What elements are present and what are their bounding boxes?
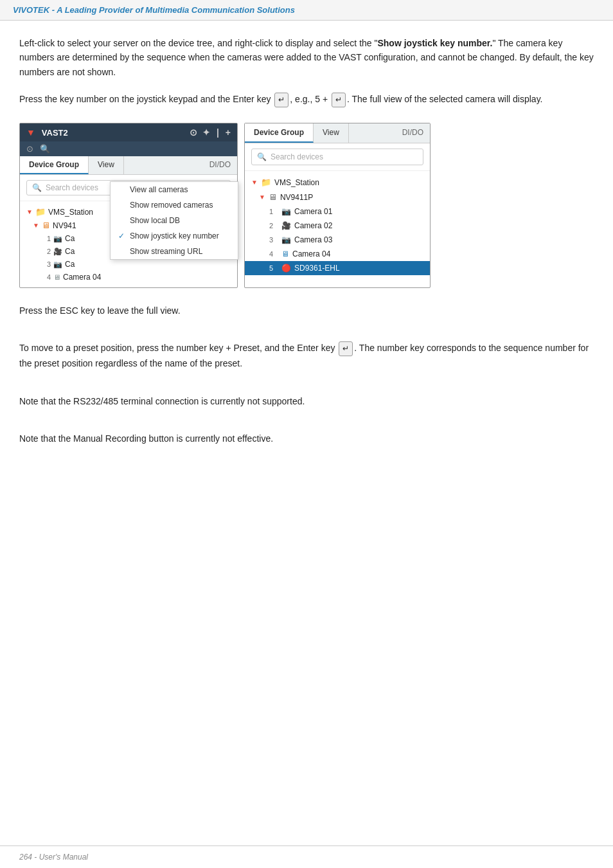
menu-show-local-db-label: Show local DB	[130, 216, 180, 225]
menu-view-cameras[interactable]: View all cameras	[111, 182, 238, 197]
right-device-tree: ▼ 📁 VMS_Station ▼ 🖥 NV9411P 1 📷 Camera 0…	[245, 171, 430, 279]
cam2-icon: 🎥	[53, 248, 62, 256]
right-panel-tabs: Device Group View DI/DO	[245, 123, 430, 143]
right-cam4-num: 4	[269, 250, 278, 258]
right-search-icon: 🔍	[257, 152, 267, 161]
cam1-label: Ca	[65, 234, 75, 243]
bold-label: Show joystick key number.	[377, 38, 492, 48]
folder-icon-vms: 📁	[35, 207, 46, 217]
right-cam2-label: Camera 02	[294, 221, 332, 230]
right-arrow-vms: ▼	[251, 179, 258, 186]
cam4-label: Camera 04	[63, 273, 101, 282]
vast-sub-header: ⊙ 🔍	[20, 141, 237, 156]
cam3-num: 3	[42, 260, 51, 268]
right-tree-cam4[interactable]: 4 🖥 Camera 04	[245, 247, 430, 261]
menu-show-streaming[interactable]: Show streaming URL	[111, 244, 238, 259]
esc-text: Press the ESC key to leave the full view…	[19, 303, 594, 318]
cam1-num: 1	[42, 235, 51, 242]
check-show-joystick: ✓	[118, 231, 126, 240]
intro-paragraph-1: Left-click to select your server on the …	[19, 36, 594, 79]
right-tree-nv9411p[interactable]: ▼ 🖥 NV9411P	[245, 190, 430, 204]
tree-arrow-nv941: ▼	[33, 222, 39, 229]
menu-show-joystick[interactable]: ✓ Show joystick key number	[111, 228, 238, 244]
right-cam2-icon: 🎥	[281, 221, 291, 230]
right-folder-nv: 🖥	[269, 192, 277, 202]
right-search-area: 🔍 Search devices	[245, 143, 430, 171]
header-brand: VIVOTEK - A Leading Provider of Multimed…	[13, 5, 295, 15]
tree-arrow-vms: ▼	[26, 208, 33, 215]
right-cam1-icon: 📷	[281, 207, 291, 216]
right-tab-di-do[interactable]: DI/DO	[396, 123, 430, 143]
cam4-icon: 🖥	[53, 273, 60, 281]
search-placeholder-text: Search devices	[46, 183, 98, 192]
right-cam3-num: 3	[269, 236, 278, 244]
vast-logo: ▼	[26, 127, 35, 138]
right-tab-view[interactable]: View	[314, 123, 349, 143]
cam1-icon: 📷	[53, 235, 62, 243]
right-cam1-num: 1	[269, 208, 278, 215]
manual-rec-text-content: Note that the Manual Recording button is…	[19, 433, 273, 444]
vast-search-icon[interactable]: 🔍	[40, 144, 50, 154]
right-tree-cam2[interactable]: 2 🎥 Camera 02	[245, 219, 430, 233]
vast-tabs: Device Group View DI/DO	[20, 156, 237, 175]
manual-rec-text: Note that the Manual Recording button is…	[19, 431, 594, 446]
menu-show-streaming-label: Show streaming URL	[130, 247, 202, 256]
enter-key-icon-1: ↵	[274, 93, 289, 107]
enter-key-icon-2: ↵	[332, 93, 346, 107]
menu-show-joystick-label: Show joystick key number	[130, 231, 219, 240]
right-cam2-num: 2	[269, 222, 278, 230]
right-cam4-icon: 🖥	[281, 249, 289, 258]
enter-key-preset: ↵	[339, 341, 353, 356]
right-cam3-icon: 📷	[281, 235, 291, 244]
tree-item-cam4[interactable]: 4 🖥 Camera 04	[20, 271, 237, 284]
context-menu: View all cameras Show removed cameras Sh…	[110, 181, 238, 260]
esc-text-content: Press the ESC key to leave the full view…	[19, 305, 181, 316]
cam3-label: Ca	[65, 260, 75, 269]
cam2-num: 2	[42, 248, 51, 255]
right-tree-cam3[interactable]: 3 📷 Camera 03	[245, 233, 430, 247]
vast-panel-header: ▼ VAST2 ⊙ ✦ | +	[20, 123, 237, 141]
right-search-placeholder: Search devices	[271, 152, 323, 161]
main-content: Left-click to select your server on the …	[0, 21, 613, 472]
vast-header-icons: ⊙ ✦ | +	[190, 127, 231, 138]
vast-divider: |	[217, 127, 219, 138]
vast-panel: ▼ VAST2 ⊙ ✦ | + ⊙ 🔍 Device Group View DI…	[19, 123, 238, 288]
right-folder-vms: 📁	[261, 177, 271, 187]
right-tab-device-group[interactable]: Device Group	[245, 123, 314, 143]
search-magnifier-icon: 🔍	[32, 183, 42, 192]
tab-view[interactable]: View	[89, 156, 124, 174]
footer-text: 264 - User's Manual	[19, 853, 88, 862]
right-cam5-label: SD9361-EHL	[294, 264, 340, 273]
vast-add-icon[interactable]: +	[226, 127, 231, 138]
right-cam3-label: Camera 03	[294, 235, 332, 244]
tree-item-cam3[interactable]: 3 📷 Ca	[20, 258, 237, 271]
vast-title: VAST2	[42, 128, 68, 138]
rs232-text-content: Note that the RS232/485 terminal connect…	[19, 396, 305, 406]
vast-gear-icon[interactable]: ✦	[202, 127, 210, 138]
ui-screenshots-container: ▼ VAST2 ⊙ ✦ | + ⊙ 🔍 Device Group View DI…	[19, 123, 594, 288]
vast-eye-icon[interactable]: ⊙	[26, 144, 33, 154]
preset-text: To move to a preset position, press the …	[19, 341, 594, 370]
right-search-box[interactable]: 🔍 Search devices	[251, 149, 423, 165]
page-header: VIVOTEK - A Leading Provider of Multimed…	[0, 0, 613, 21]
right-cam5-num: 5	[269, 264, 278, 272]
press-paragraph: Press the key number on the joystick key…	[19, 92, 594, 107]
right-nv9411p-label: NV9411P	[280, 193, 313, 202]
menu-show-local-db[interactable]: Show local DB	[111, 213, 238, 228]
right-cam4-label: Camera 04	[292, 249, 330, 258]
menu-show-removed[interactable]: Show removed cameras	[111, 197, 238, 213]
right-arrow-nv: ▼	[259, 194, 265, 201]
right-panel: Device Group View DI/DO 🔍 Search devices…	[244, 123, 431, 288]
vms-station-label: VMS_Station	[48, 208, 93, 217]
cam3-icon: 📷	[53, 260, 62, 269]
tab-device-group[interactable]: Device Group	[20, 156, 89, 174]
right-tree-vms[interactable]: ▼ 📁 VMS_Station	[245, 175, 430, 190]
page-footer: 264 - User's Manual	[0, 845, 613, 868]
cam2-label: Ca	[65, 247, 75, 256]
right-cam1-label: Camera 01	[294, 207, 332, 216]
vast-settings-icon[interactable]: ⊙	[190, 127, 197, 138]
right-tree-cam5[interactable]: 5 🔴 SD9361-EHL	[245, 261, 430, 275]
right-tree-cam1[interactable]: 1 📷 Camera 01	[245, 204, 430, 219]
nv941-label: NV941	[53, 221, 76, 230]
tab-di-do[interactable]: DI/DO	[203, 156, 237, 174]
